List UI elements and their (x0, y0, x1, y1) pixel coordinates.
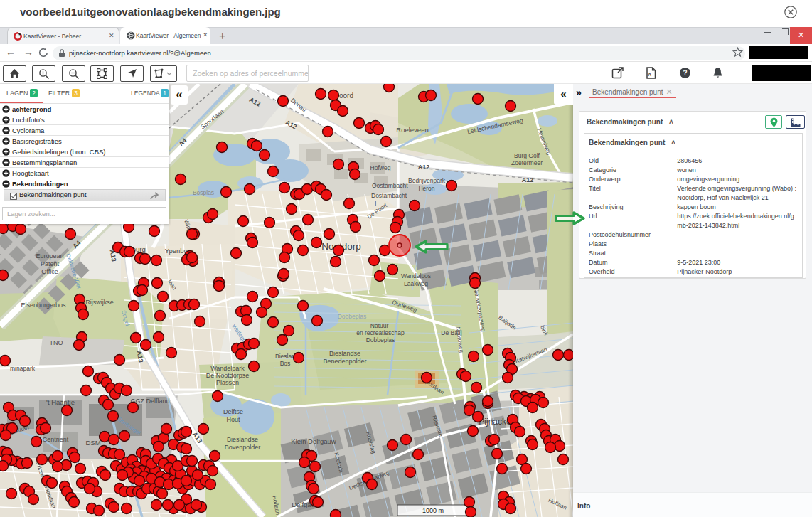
svg-text:Dobbeplas: Dobbeplas (338, 313, 367, 320)
svg-text:TNO: TNO (50, 339, 63, 346)
svg-text:Heron: Heron (418, 185, 434, 192)
svg-text:A: A (648, 72, 651, 77)
svg-text:De Nootdorpse: De Nootdorpse (206, 372, 250, 379)
svg-text:oord: oord (339, 92, 353, 100)
svg-text:Dostambacht: Dostambacht (371, 192, 407, 199)
svg-text:Bovenpolder: Bovenpolder (225, 444, 261, 451)
svg-text:Hofweg: Hofweg (370, 164, 391, 171)
svg-text:Bosplas: Bosplas (193, 189, 214, 196)
svg-text:'t Haantje: 't Haantje (46, 398, 75, 406)
svg-text:Patent: Patent (41, 260, 60, 267)
svg-text:Centrient: Centrient (43, 436, 69, 443)
svg-text:Benedenpolder: Benedenpolder (323, 358, 366, 365)
svg-text:European: European (36, 252, 63, 260)
svg-text:Bieslandse: Bieslandse (329, 350, 360, 357)
svg-text:en recreatieschap: en recreatieschap (356, 329, 405, 336)
svg-text:Rijswijkse: Rijswijkse (85, 299, 114, 306)
svg-text:DSM: DSM (85, 439, 100, 447)
svg-text:minapark: minapark (10, 365, 36, 372)
svg-text:Plassen: Plassen (216, 379, 239, 386)
svg-text:Dobbeplas: Dobbeplas (366, 336, 395, 343)
svg-text:Roeleveen: Roeleveen (396, 126, 428, 134)
svg-text:Elsenburgerbos: Elsenburgerbos (21, 302, 66, 309)
svg-text:Wandelbos: Wandelbos (401, 272, 431, 279)
svg-text:Delftse: Delftse (223, 408, 243, 415)
svg-text:A12: A12 (418, 164, 430, 171)
svg-text:Hout: Hout (226, 416, 240, 423)
svg-text:A12: A12 (522, 176, 534, 183)
svg-text:Bieslandse: Bieslandse (227, 436, 258, 443)
svg-text:Office: Office (41, 268, 58, 275)
svg-text:Oostambacht: Oostambacht (372, 182, 408, 189)
svg-text:Bedrijvenpark: Bedrijvenpark (408, 177, 446, 184)
svg-text:Wandelpark: Wandelpark (210, 365, 245, 372)
svg-text:Laakweg: Laakweg (404, 280, 428, 287)
svg-text:Bos: Bos (280, 360, 291, 367)
svg-text:Burg Golf: Burg Golf (514, 152, 540, 159)
svg-text:Klein Delfgauw: Klein Delfgauw (291, 437, 336, 445)
svg-text:Bieslan: Bieslan (275, 353, 295, 360)
svg-text:Natuur-: Natuur- (370, 322, 391, 329)
svg-text:Zoetermeer: Zoetermeer (511, 159, 543, 166)
svg-text:1000 m: 1000 m (422, 507, 444, 514)
svg-text:?: ? (683, 69, 688, 77)
svg-text:I: I (375, 200, 376, 207)
